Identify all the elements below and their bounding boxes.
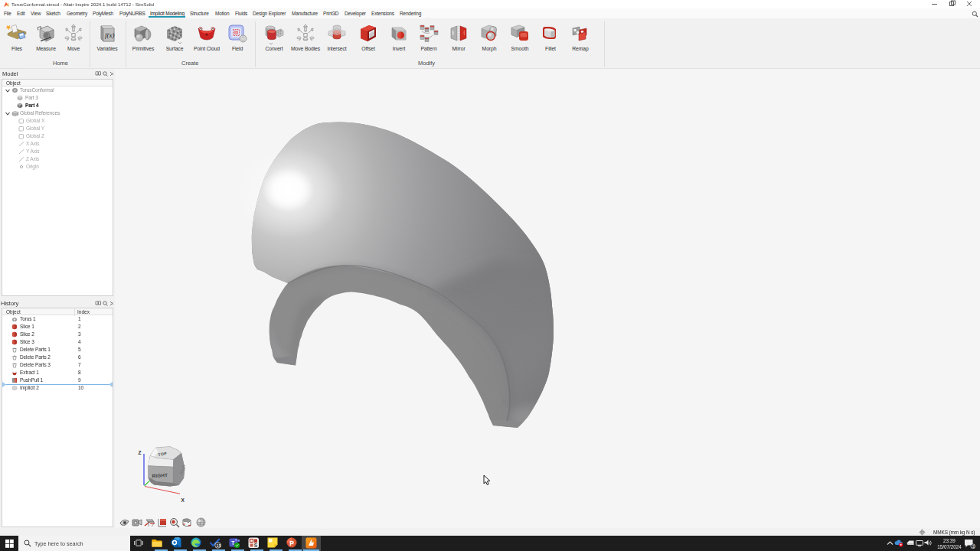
svg-text:T: T <box>231 540 234 546</box>
svg-text:f(x): f(x) <box>105 31 115 39</box>
svg-text:S: S <box>254 543 258 548</box>
svg-text:3: 3 <box>972 544 975 549</box>
svg-text:X: X <box>181 497 185 503</box>
svg-text:Z: Z <box>139 450 142 455</box>
svg-text:15: 15 <box>217 543 221 548</box>
svg-text:RIGHT: RIGHT <box>152 472 168 478</box>
svg-text:P: P <box>289 540 294 547</box>
